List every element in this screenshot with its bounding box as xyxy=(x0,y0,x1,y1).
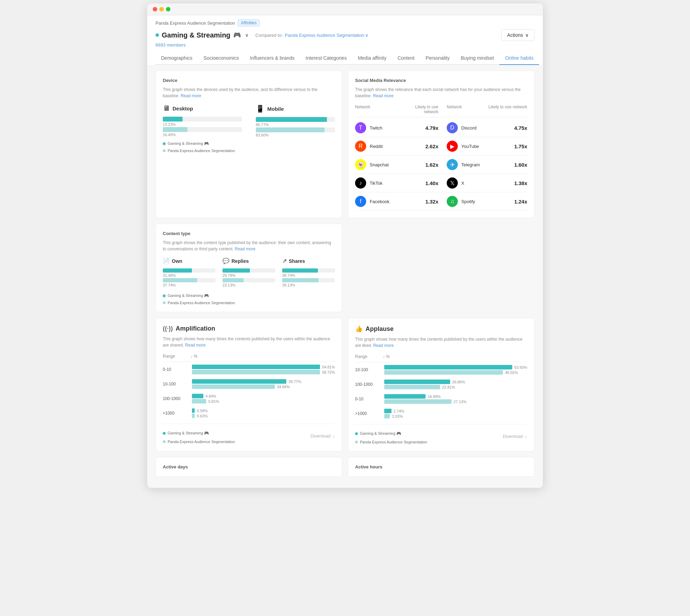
social-network-right: ✈Telegram xyxy=(441,159,486,170)
applause-rows: 10-10053.50%48.02%100-100026.86%22.81%0-… xyxy=(355,365,527,418)
social-network-left: 👻Snapchat xyxy=(355,159,399,170)
data-row: 100-10004.84%5.81% xyxy=(163,394,335,403)
applause-download-label: Download xyxy=(503,434,523,439)
bar2-pct: 5.81% xyxy=(208,399,219,403)
main-content: Device This graph shows the devices used… xyxy=(147,65,543,488)
content-type-title: Content type xyxy=(163,231,335,236)
amp-title: Amplification xyxy=(176,325,215,332)
social-read-more[interactable]: Read more xyxy=(373,93,393,98)
desktop-item: 🖥 Desktop 13.23% 16.40% xyxy=(163,105,242,139)
minimize-button[interactable] xyxy=(159,7,164,11)
social-row: ♪TikTok1.40x𝕏X1.38x xyxy=(355,174,527,192)
actions-button[interactable]: Actions ∨ xyxy=(501,29,535,41)
mobile-icon: 📱 xyxy=(256,105,264,113)
social-row: fFacebook1.32x♫Spotify1.24x xyxy=(355,192,527,211)
shares-bar1-track xyxy=(282,268,335,273)
applause-download-button[interactable]: Download ↓ xyxy=(503,434,527,439)
middle-row: Content type This graph shows the conten… xyxy=(155,224,535,312)
mobile-label: Mobile xyxy=(267,106,284,112)
applause-col-pct-label: ↓ % xyxy=(383,354,506,359)
tab-buying-mindset[interactable]: Buying mindset xyxy=(455,52,499,65)
applause-col-range: Range xyxy=(355,354,383,359)
social-desc: The graph shows the relevance that each … xyxy=(355,86,527,99)
mobile-bars: 86.77% 83.60% xyxy=(256,117,335,137)
bar2-fill xyxy=(192,414,195,418)
applause-download-icon: ↓ xyxy=(525,434,528,439)
desktop-bar2-pct: 16.40% xyxy=(163,133,242,137)
social-name-x: X xyxy=(461,181,464,186)
shares-bar2-fill xyxy=(282,278,319,282)
replies-label: Replies xyxy=(232,258,249,264)
mobile-bar1-track xyxy=(256,117,335,122)
compared-link[interactable]: Panda Express Audience Segmentation ∨ xyxy=(285,33,369,38)
mobile-item: 📱 Mobile 86.77% 83.60% xyxy=(256,105,335,139)
active-days-title: Active days xyxy=(163,464,335,469)
bar2-fill xyxy=(192,399,206,403)
social-value-youtube: 1.75x xyxy=(486,143,527,149)
amp-col-range: Range xyxy=(163,354,191,359)
social-network-right: ▶YouTube xyxy=(441,141,486,152)
bars-container: 16.89%27.13% xyxy=(384,394,527,404)
own-bar2-fill xyxy=(163,278,197,282)
close-button[interactable] xyxy=(153,7,157,11)
device-read-more[interactable]: Read more xyxy=(180,93,201,98)
tab-demographics[interactable]: Demographics xyxy=(155,52,198,65)
social-rows: TTwitch4.79xDDiscord4.75xRReddit2.62x▶Yo… xyxy=(355,119,527,211)
social-value-twitch: 4.79x xyxy=(399,125,441,131)
mobile-bar2-track xyxy=(256,127,335,132)
social-media-card: Social Media Relevance The graph shows t… xyxy=(348,70,535,218)
social-network-right: 𝕏X xyxy=(441,177,486,189)
applause-read-more[interactable]: Read more xyxy=(373,343,394,348)
bar1-fill xyxy=(384,394,426,399)
social-network-left: ♪TikTok xyxy=(355,177,399,189)
bar1-pct: 39.77% xyxy=(288,380,301,384)
bar1-fill xyxy=(384,409,392,413)
replies-bar1-fill xyxy=(222,268,250,273)
tab-content[interactable]: Content xyxy=(392,52,420,65)
bar1-pct: 53.50% xyxy=(514,365,527,369)
content-type-read-more[interactable]: Read more xyxy=(235,247,255,251)
compared-to: Compared to: Panda Express Audience Segm… xyxy=(255,33,369,38)
active-days-card: Active days xyxy=(155,457,342,477)
maximize-button[interactable] xyxy=(166,7,170,11)
replies-header: 💬 Replies xyxy=(222,258,275,264)
social-row: TTwitch4.79xDDiscord4.75x xyxy=(355,119,527,137)
tab-online-habits[interactable]: Online habits xyxy=(499,52,539,65)
data-row: >10000.58%0.63% xyxy=(163,408,335,418)
data-row: 10-10039.77%34.84% xyxy=(163,379,335,389)
segment-chevron-button[interactable]: ∨ xyxy=(244,32,250,38)
social-name-twitch: Twitch xyxy=(370,125,382,131)
amp-download-button[interactable]: Download ↓ xyxy=(311,433,335,439)
amp-read-more[interactable]: Read more xyxy=(185,343,205,348)
bar1-pct: 0.58% xyxy=(197,409,208,413)
desktop-bar1-pct: 13.23% xyxy=(163,122,242,126)
amp-row: ((·)) Amplification This graph shows how… xyxy=(155,318,535,451)
tab-personality[interactable]: Personality xyxy=(420,52,455,65)
tab-interest-categories[interactable]: Interest Categories xyxy=(300,52,352,65)
segment-dot xyxy=(155,33,159,37)
desktop-bar1-fill xyxy=(163,117,183,122)
tab-socioeconomics[interactable]: Socioeconomics xyxy=(198,52,244,65)
social-icon-youtube: ▶ xyxy=(447,141,458,152)
amp-footer-legend: Gaming & Streaming 🎮 Panda Express Audie… xyxy=(163,428,235,444)
amp-icon: ((·)) xyxy=(163,325,173,332)
segment-name: Gaming & Streaming xyxy=(162,31,230,39)
active-hours-title: Active hours xyxy=(355,464,527,469)
social-network-left: fFacebook xyxy=(355,196,399,207)
own-label: Own xyxy=(172,258,182,264)
breadcrumb-text: Panda Express Audience Segmentation xyxy=(155,20,235,26)
affinities-badge[interactable]: Affinities xyxy=(238,19,260,26)
desktop-label: Desktop xyxy=(172,106,193,111)
segment-icon: 🎮 xyxy=(233,31,241,39)
legend-dot-panda xyxy=(163,149,166,152)
applause-header: 👍 Applause xyxy=(355,325,527,333)
bar1-pct: 54.81% xyxy=(322,365,335,369)
social-value-facebook: 1.32x xyxy=(399,199,441,205)
active-hours-card: Active hours xyxy=(348,457,535,477)
tab-media-affinity[interactable]: Media affinity xyxy=(352,52,392,65)
desktop-bar2-fill xyxy=(163,127,187,132)
tab-influencers-brands[interactable]: Influencers & brands xyxy=(244,52,300,65)
social-icon-snapchat: 👻 xyxy=(355,159,366,170)
traffic-lights xyxy=(153,7,170,11)
ct-legend2: Panda Express Audience Segmentation xyxy=(163,301,335,305)
